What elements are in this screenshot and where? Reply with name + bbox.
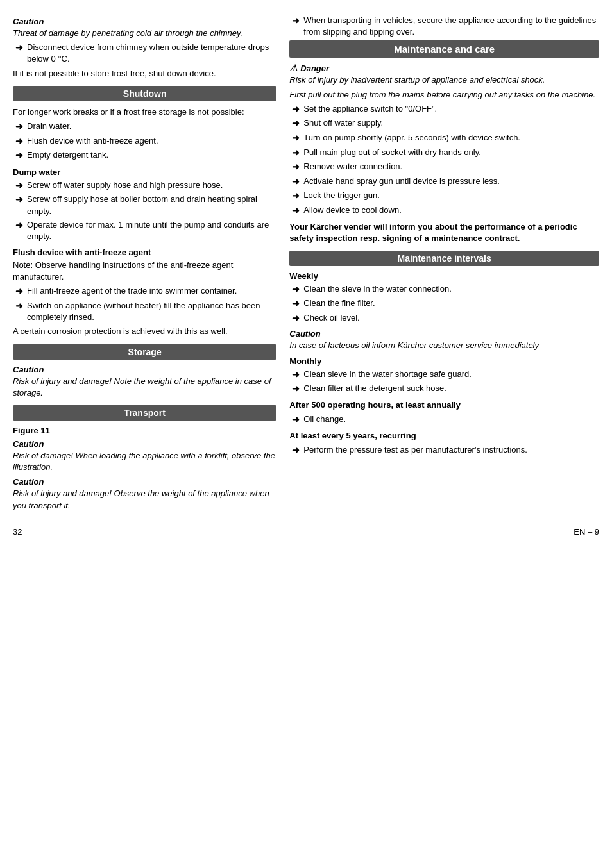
arrow-icon: ➜ (292, 369, 300, 381)
caution-1-text: Threat of damage by penetrating cold air… (13, 28, 276, 39)
arrow-icon: ➜ (15, 135, 23, 148)
arrow-icon: ➜ (292, 444, 300, 457)
annual-item-1-text: Oil change. (303, 413, 346, 425)
oil-caution-text: In case of lacteous oil inform Kärcher c… (289, 340, 599, 351)
weekly-item-2-text: Clean the fine filter. (303, 297, 375, 309)
flush-item-1-text: Fill anti-freeze agent of the trade into… (27, 285, 237, 297)
arrow-icon: ➜ (15, 179, 23, 192)
maint-item-5: ➜ Remove water connection. (289, 161, 599, 174)
weekly-item-3-text: Check oil level. (303, 312, 359, 324)
arrow-icon: ➜ (15, 194, 23, 206)
arrow-icon: ➜ (292, 413, 300, 426)
arrow-icon: ➜ (292, 297, 300, 310)
maint-item-3: ➜ Turn on pump shortly (appr. 5 seconds)… (289, 132, 599, 145)
annual-item-1: ➜ Oil change. (289, 413, 599, 426)
transport-vehicle-text: When transporting in vehicles, secure th… (303, 15, 599, 38)
danger-text-1: Risk of injury by inadvertent startup of… (289, 74, 599, 86)
flush-item-2: ➜ Switch on appliance (without heater) t… (13, 300, 276, 323)
oil-caution-label: Caution (289, 329, 599, 338)
shutdown-item-2-text: Flush device with anti-freeze agent. (27, 135, 158, 147)
maint-item-8-text: Allow device to cool down. (303, 204, 401, 216)
maint-item-1: ➜ Set the appliance switch to "0/OFF". (289, 103, 599, 116)
annual-title: After 500 operating hours, at least annu… (289, 399, 599, 411)
frost-text: If it is not possible to store frost fre… (13, 68, 276, 79)
flush-item-2-text: Switch on appliance (without heater) til… (27, 300, 276, 323)
transport-caution-1-label: Caution (13, 439, 276, 449)
caution-1-label: Caution (13, 17, 276, 26)
transport-caution-1-text: Risk of damage! When loading the applian… (13, 450, 276, 473)
arrow-icon: ➜ (292, 190, 300, 203)
arrow-icon: ➜ (292, 132, 300, 145)
five-year-title: At least every 5 years, recurring (289, 430, 599, 442)
caution-1-item-1: ➜ Disconnect device from chimney when ou… (13, 42, 276, 65)
monthly-item-2-text: Clean filter at the detergent suck hose. (303, 383, 446, 394)
arrow-icon: ➜ (15, 219, 23, 232)
weekly-item-1-text: Clean the sieve in the water connection. (303, 283, 452, 295)
dump-item-1-text: Screw off water supply hose and high pre… (27, 179, 223, 191)
maint-item-2: ➜ Shut off water supply. (289, 117, 599, 130)
dump-water-title: Dump water (13, 167, 276, 177)
figure-label: Figure 11 (13, 426, 276, 435)
transport-vehicle-item: ➜ When transporting in vehicles, secure … (289, 15, 599, 38)
arrow-icon-1: ➜ (15, 42, 23, 54)
maint-item-6-text: Activate hand spray gun until device is … (303, 176, 500, 187)
flush-item-1: ➜ Fill anti-freeze agent of the trade in… (13, 285, 276, 298)
arrow-icon: ➜ (292, 15, 300, 28)
storage-header: Storage (13, 344, 276, 360)
shutdown-item-3-text: Empty detergent tank. (27, 149, 108, 161)
flush-title: Flush device with anti-freeze agent (13, 247, 276, 257)
shutdown-item-3: ➜ Empty detergent tank. (13, 149, 276, 162)
storage-caution-label: Caution (13, 365, 276, 374)
page-footer: 32 EN – 9 (13, 527, 599, 537)
shutdown-item-2: ➜ Flush device with anti-freeze agent. (13, 135, 276, 148)
arrow-icon: ➜ (292, 147, 300, 160)
shutdown-header: Shutdown (13, 86, 276, 101)
five-year-item-1: ➜ Perform the pressure test as per manuf… (289, 444, 599, 457)
arrow-icon: ➜ (292, 283, 300, 296)
arrow-icon: ➜ (292, 103, 300, 116)
monthly-title: Monthly (289, 356, 599, 366)
danger-block: ⚠Danger Risk of injury by inadvertent st… (289, 63, 599, 100)
arrow-icon: ➜ (292, 117, 300, 130)
maint-item-7: ➜ Lock the trigger gun. (289, 190, 599, 203)
monthly-item-2: ➜ Clean filter at the detergent suck hos… (289, 383, 599, 396)
arrow-icon: ➜ (292, 204, 300, 217)
arrow-icon: ➜ (292, 383, 300, 396)
flush-note: Note: Observe handling instructions of t… (13, 260, 276, 283)
weekly-title: Weekly (289, 271, 599, 281)
footer-left: 32 (13, 527, 22, 537)
five-year-item-1-text: Perform the pressure test as per manufac… (303, 444, 527, 456)
dump-item-1: ➜ Screw off water supply hose and high p… (13, 179, 276, 192)
maint-item-4: ➜ Pull main plug out of socket with dry … (289, 147, 599, 160)
arrow-icon: ➜ (15, 300, 23, 313)
maintenance-header: Maintenance and care (289, 40, 599, 58)
arrow-icon: ➜ (292, 176, 300, 188)
monthly-item-1-text: Clean sieve in the water shortage safe g… (303, 369, 472, 380)
caution-1-block: Caution Threat of damage by penetrating … (13, 17, 276, 65)
maint-item-7-text: Lock the trigger gun. (303, 190, 380, 201)
corrosion-text: A certain corrosion protection is achiev… (13, 326, 276, 337)
transport-header: Transport (13, 405, 276, 421)
danger-label: ⚠Danger (289, 63, 599, 73)
maint-item-1-text: Set the appliance switch to "0/OFF". (303, 103, 437, 115)
shutdown-item-1: ➜ Drain water. (13, 121, 276, 133)
weekly-item-1: ➜ Clean the sieve in the water connectio… (289, 283, 599, 296)
right-column: ➜ When transporting in vehicles, secure … (289, 13, 599, 514)
dump-item-2: ➜ Screw off supply hose at boiler bottom… (13, 194, 276, 217)
page-container: Caution Threat of damage by penetrating … (13, 13, 599, 514)
danger-text-2: First pull out the plug from the mains b… (289, 89, 599, 101)
storage-caution-text: Risk of injury and damage! Note the weig… (13, 376, 276, 399)
maint-item-6: ➜ Activate hand spray gun until device i… (289, 176, 599, 188)
shutdown-item-1-text: Drain water. (27, 121, 71, 132)
karcher-notice: Your Kärcher vender will inform you abou… (289, 221, 599, 244)
arrow-icon: ➜ (15, 121, 23, 133)
danger-triangle-icon: ⚠ (289, 63, 298, 73)
transport-caution-2-text: Risk of injury and damage! Observe the w… (13, 488, 276, 511)
monthly-item-1: ➜ Clean sieve in the water shortage safe… (289, 369, 599, 381)
maint-item-8: ➜ Allow device to cool down. (289, 204, 599, 217)
dump-item-3-text: Operate device for max. 1 minute until t… (27, 219, 276, 242)
dump-item-2-text: Screw off supply hose at boiler bottom a… (27, 194, 276, 217)
maint-item-2-text: Shut off water supply. (303, 117, 383, 129)
dump-item-3: ➜ Operate device for max. 1 minute until… (13, 219, 276, 242)
arrow-icon: ➜ (292, 312, 300, 325)
